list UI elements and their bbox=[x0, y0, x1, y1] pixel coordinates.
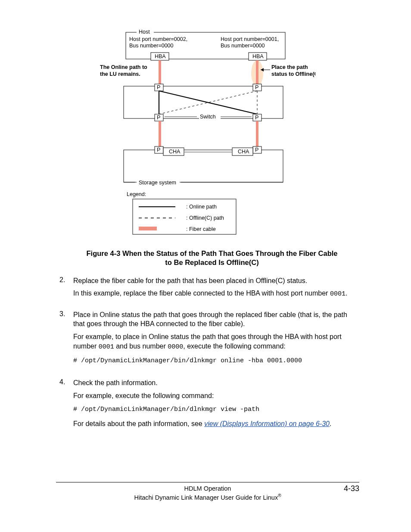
diagram-storage: Storage system bbox=[139, 180, 176, 186]
svg-rect-23 bbox=[124, 150, 283, 182]
diagram-left-bus: Bus number=0000 bbox=[129, 43, 174, 49]
diagram-left-port: Host port number=0002, bbox=[129, 36, 187, 42]
svg-rect-21 bbox=[159, 121, 161, 147]
svg-rect-22 bbox=[256, 121, 258, 147]
diagram-left-note1: The Online path to bbox=[100, 64, 147, 70]
diagram-switch: Switch bbox=[200, 114, 216, 120]
step-4-command: # /opt/DynamicLinkManager/bin/dlnkmgr vi… bbox=[73, 405, 359, 414]
step-2-p2: In this example, replace the fiber cable… bbox=[73, 289, 359, 299]
step-4: 4. Check the path information. For examp… bbox=[56, 378, 359, 432]
step-2-p1: Replace the fiber cable for the path tha… bbox=[73, 276, 359, 286]
svg-line-13 bbox=[159, 91, 257, 114]
legend-fiber: : Fiber cable bbox=[186, 226, 216, 232]
step-4-p1: Check the path information. bbox=[73, 378, 359, 388]
diagram-p-2: P bbox=[255, 84, 258, 90]
figure-caption: Figure 4-3 When the Status of the Path T… bbox=[86, 249, 338, 268]
view-info-link[interactable]: view (Displays Information) on page 6-30 bbox=[204, 420, 330, 427]
figure-diagram: Host Host port number=0002, Bus number=0… bbox=[56, 26, 359, 241]
diagram-p-3: P bbox=[157, 115, 160, 121]
diagram-right-note1: Place the path bbox=[271, 64, 308, 70]
diagram-cha-left: CHA bbox=[169, 149, 181, 155]
step-4-number: 4. bbox=[56, 378, 73, 432]
step-3: 3. Place in Online status the path that … bbox=[56, 310, 359, 370]
step-3-p1: Place in Online status the path that goe… bbox=[73, 310, 359, 329]
svg-rect-35 bbox=[139, 227, 157, 230]
step-4-p3: For details about the path information, … bbox=[73, 419, 359, 429]
diagram-hba-right: HBA bbox=[252, 53, 264, 59]
svg-rect-6 bbox=[256, 60, 258, 86]
diagram-p-4: P bbox=[255, 115, 258, 121]
diagram-cha-right: CHA bbox=[238, 149, 249, 155]
diagram-left-note2: the LU remains. bbox=[100, 71, 140, 77]
step-3-command: # /opt/DynamicLinkManager/bin/dlnkmgr on… bbox=[73, 357, 359, 365]
legend-online: : Online path bbox=[186, 204, 217, 210]
footer-section: HDLM Operation bbox=[56, 485, 359, 492]
diagram-hba-left: HBA bbox=[155, 53, 166, 59]
page-footer: HDLM Operation Hitachi Dynamic Link Mana… bbox=[56, 482, 359, 501]
legend-offline: : Offline(C) path bbox=[186, 215, 224, 221]
step-3-p2: For example, to place in Online status t… bbox=[73, 332, 359, 352]
diagram-host-label: Host bbox=[139, 29, 150, 35]
svg-rect-4 bbox=[159, 60, 161, 86]
diagram-p-5: P bbox=[157, 147, 160, 153]
diagram-legend: Legend: bbox=[127, 191, 146, 197]
diagram-right-note2: status to Offline(C). bbox=[271, 71, 315, 77]
diagram-right-port: Host port number=0001, bbox=[221, 36, 279, 42]
footer-book: Hitachi Dynamic Link Manager User Guide … bbox=[56, 493, 359, 501]
step-3-number: 3. bbox=[56, 310, 73, 370]
step-2: 2. Replace the fiber cable for the path … bbox=[56, 276, 359, 302]
step-4-p2: For example, execute the following comma… bbox=[73, 391, 359, 401]
step-2-number: 2. bbox=[56, 276, 73, 302]
page-number: 4-33 bbox=[344, 484, 359, 493]
diagram-right-bus: Bus number=0000 bbox=[221, 43, 265, 49]
diagram-p-1: P bbox=[157, 84, 160, 90]
diagram-p-6: P bbox=[255, 147, 258, 153]
